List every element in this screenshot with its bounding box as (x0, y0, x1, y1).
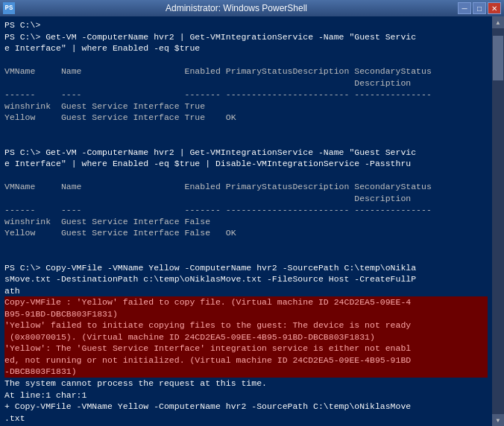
scrollbar[interactable]: ▲ ▼ (492, 16, 504, 426)
terminal-output[interactable]: PS C:\> PS C:\> Get-VM -ComputerName hvr… (0, 16, 492, 426)
terminal-line: winshrink Guest Service Interface True (4, 101, 488, 112)
terminal-line (4, 250, 488, 262)
maximize-button[interactable]: □ (473, 2, 486, 14)
window-title: Administrator: Windows PowerShell (15, 3, 458, 13)
close-button[interactable]: ✕ (488, 2, 501, 14)
terminal-line: e Interface" | where Enabled -eq $true (4, 42, 488, 54)
terminal-line: PS C:\> (4, 19, 488, 31)
terminal-line (4, 54, 488, 66)
terminal-error-line: (0x80070015). (Virtual machine ID 24CD2E… (4, 331, 488, 343)
window: PS Administrator: Windows PowerShell ─ □… (0, 0, 504, 426)
terminal-line: At line:1 char:1 (4, 390, 488, 401)
terminal-line: ------ ---- ------- --------------------… (4, 204, 488, 216)
terminal-line: VMName Name Enabled PrimaryStatusDescrip… (4, 181, 488, 193)
terminal-line: PS C:\> Copy-VMFile -VMName Yellow -Comp… (4, 262, 488, 274)
terminal-line: ath (4, 285, 488, 297)
terminal-line (4, 239, 488, 251)
terminal-error-line: 'Yellow': The 'Guest Service Interface' … (4, 343, 488, 355)
minimize-button[interactable]: ─ (458, 2, 471, 14)
terminal-line: e Interface" | where Enabled -eq $true |… (4, 158, 488, 170)
terminal-line: Description (4, 77, 488, 89)
content-area: PS C:\> PS C:\> Get-VM -ComputerName hvr… (0, 16, 504, 426)
terminal-error-line: Copy-VMFile : 'Yellow' failed to copy fi… (4, 296, 488, 308)
terminal-error-line: ed, not running or not initialized. (Vir… (4, 355, 488, 366)
scroll-down-button[interactable]: ▼ (492, 414, 504, 426)
terminal-line: PS C:\> Get-VM -ComputerName hvr2 | Get-… (4, 147, 488, 159)
terminal-error-line: -DBCB803F1831) (4, 366, 488, 378)
window-icon: PS (3, 2, 15, 14)
terminal-error-line: B95-91BD-DBCB803F1831) (4, 308, 488, 320)
terminal-line: + Copy-VMFile -VMName Yellow -ComputerNa… (4, 401, 488, 413)
terminal-line (4, 124, 488, 136)
terminal-line: PS C:\> Get-VM -ComputerName hvr2 | Get-… (4, 31, 488, 43)
scroll-thumb[interactable] (493, 36, 503, 80)
terminal-line: winshrink Guest Service Interface False (4, 216, 488, 228)
terminal-line: Yellow Guest Service Interface True OK (4, 112, 488, 124)
terminal-line: Description (4, 193, 488, 205)
terminal-line (4, 135, 488, 147)
window-controls: ─ □ ✕ (458, 2, 501, 14)
terminal-line: The system cannot process the request at… (4, 378, 488, 390)
scroll-track[interactable] (492, 28, 504, 414)
scroll-up-button[interactable]: ▲ (492, 16, 504, 28)
terminal-line: ------ ---- ------- --------------------… (4, 89, 488, 101)
terminal-line: .txt (4, 413, 488, 425)
terminal-line: VMName Name Enabled PrimaryStatusDescrip… (4, 66, 488, 77)
terminal-line: Yellow Guest Service Interface False OK (4, 227, 488, 239)
title-bar: PS Administrator: Windows PowerShell ─ □… (0, 0, 504, 16)
terminal-line: sMove.txt -DestinationPath c:\temp\oNikl… (4, 273, 488, 285)
terminal-error-line: 'Yellow' failed to initiate copying file… (4, 320, 488, 331)
terminal-line (4, 170, 488, 182)
